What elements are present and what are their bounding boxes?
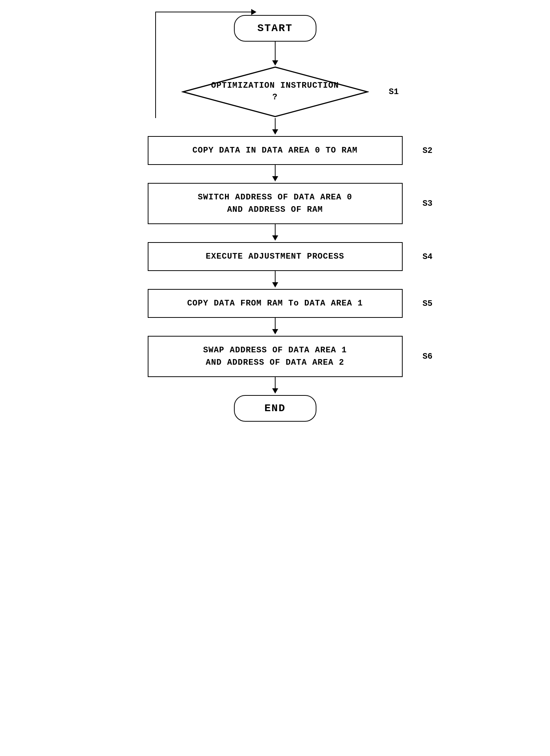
decision-text: OPTIMIZATION INSTRUCTION ? xyxy=(211,80,339,103)
step4-box: EXECUTE ADJUSTMENT PROCESS xyxy=(148,242,403,271)
start-node: START xyxy=(234,15,316,42)
connector-5 xyxy=(275,271,276,282)
loop-arrow-right xyxy=(251,9,256,15)
connector-7 xyxy=(275,377,276,388)
step-s1-label: S1 xyxy=(389,87,399,97)
step-s4-label: S4 xyxy=(423,252,432,261)
arrow-4 xyxy=(272,235,278,241)
step-s5-label: S5 xyxy=(423,299,432,308)
connector-3 xyxy=(275,165,276,176)
arrow-7 xyxy=(272,388,278,394)
step3-box: SWITCH ADDRESS OF DATA AREA 0 AND ADDRES… xyxy=(148,183,403,224)
step6-box: SWAP ADDRESS OF DATA AREA 1 AND ADDRESS … xyxy=(148,336,403,377)
step2-box: COPY DATA IN DATA AREA 0 TO RAM xyxy=(148,136,403,165)
flowchart: START OPTIMIZATION INSTRUCTION xyxy=(106,15,444,422)
connector-1 xyxy=(275,42,276,60)
step-s6-label: S6 xyxy=(423,352,432,361)
arrow-into-diamond xyxy=(272,60,278,66)
step-s3-label: S3 xyxy=(423,199,432,208)
step-s2-label: S2 xyxy=(423,146,432,155)
loop-line-up xyxy=(155,12,156,118)
decision-diamond: OPTIMIZATION INSTRUCTION ? xyxy=(181,66,369,118)
arrow-2 xyxy=(272,129,278,135)
connector-2 xyxy=(275,118,276,129)
end-node: END xyxy=(234,395,316,422)
step5-box: COPY DATA FROM RAM To DATA AREA 1 xyxy=(148,289,403,318)
arrow-3 xyxy=(272,176,278,181)
arrow-5 xyxy=(272,282,278,287)
connector-6 xyxy=(275,318,276,329)
arrow-6 xyxy=(272,329,278,334)
connector-4 xyxy=(275,224,276,235)
loop-line-top xyxy=(155,12,253,12)
